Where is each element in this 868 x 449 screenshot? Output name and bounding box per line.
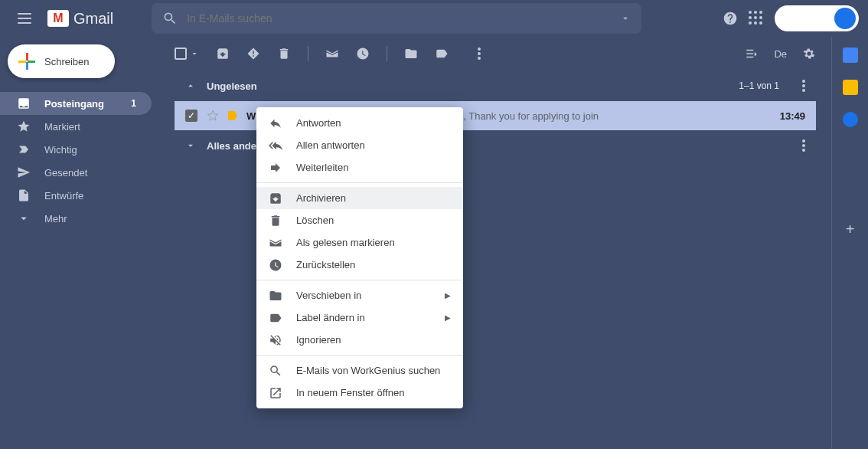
ctx-open-new-window[interactable]: In neuem Fenster öffnen [256,382,463,404]
important-marker-icon[interactable] [228,111,237,120]
inbox-icon [17,97,31,110]
sidebar-label: Wichtig [44,144,136,156]
row-checkbox[interactable]: ✓ [185,110,197,122]
keep-icon[interactable] [843,80,858,95]
spam-icon[interactable] [246,47,260,61]
chevron-right-icon: ▶ [445,313,451,322]
mark-read-icon[interactable] [325,47,339,61]
compose-label: Schreiben [44,56,90,67]
ctx-mark-read[interactable]: Als gelesen markieren [256,231,463,254]
label-icon[interactable] [435,47,449,61]
chevron-right-icon: ▶ [445,291,451,300]
select-all-checkbox[interactable] [175,48,187,60]
gmail-m-icon: M [47,10,69,27]
sent-icon [17,166,31,179]
chevron-up-icon [185,80,196,91]
gmail-logo[interactable]: M Gmail [47,10,113,28]
mark-read-icon [269,236,282,250]
ctx-forward[interactable]: Weiterleiten [256,156,463,179]
sidebar-label: Mehr [44,213,136,224]
sidebar-count: 1 [131,98,136,109]
folder-icon [269,289,282,303]
search-options-icon[interactable] [620,13,631,24]
move-icon[interactable] [404,47,418,61]
select-dropdown-icon[interactable] [190,47,199,61]
section-count: 1–1 von 1 [739,80,779,91]
chevron-down-icon [17,211,31,225]
star-icon[interactable] [207,110,219,122]
sidebar-item-sent[interactable]: Gesendet [0,161,152,184]
ctx-label-as[interactable]: Label ändern in ▶ [256,306,463,329]
ctx-search-sender[interactable]: E-Mails von WorkGenius suchen [256,359,463,382]
ctx-delete[interactable]: Löschen [256,209,463,231]
snooze-icon [269,258,282,272]
snooze-icon[interactable] [356,47,370,61]
help-icon[interactable] [723,11,738,26]
open-new-icon [269,386,282,400]
logo-text: Gmail [73,10,113,28]
settings-icon[interactable] [802,47,816,61]
add-icon[interactable]: + [846,221,855,238]
toolbar: De [175,37,816,70]
section-unread-header[interactable]: Ungelesen 1–1 von 1 [175,70,816,101]
avatar [834,8,856,29]
sidebar-label: Posteingang [44,98,117,110]
search-icon [162,11,178,26]
important-icon [17,143,31,156]
plus-icon [18,53,35,70]
reply-icon [269,116,282,130]
hamburger-icon [18,13,31,24]
input-tools-label[interactable]: De [774,48,787,60]
sidebar-item-important[interactable]: Wichtig [0,138,152,161]
ctx-move-to[interactable]: Verschieben in ▶ [256,284,463,306]
search-input[interactable] [187,12,620,25]
delete-icon[interactable] [277,47,291,61]
sidebar-label: Entwürfe [44,190,136,202]
sidebar-item-more[interactable]: Mehr [0,207,152,230]
star-icon [17,120,31,133]
tasks-icon[interactable] [843,112,858,127]
calendar-icon[interactable] [843,48,858,63]
ctx-mute[interactable]: Ignorieren [256,329,463,351]
account-chip[interactable] [775,5,859,31]
archive-icon [269,192,282,205]
ctx-reply[interactable]: Antworten [256,112,463,134]
main-menu-button[interactable] [9,3,40,34]
delete-icon [269,214,282,228]
section-more-icon[interactable] [802,139,805,152]
sidebar-label: Gesendet [44,167,136,179]
reply-all-icon [269,139,282,152]
drafts-icon [17,188,31,202]
sidebar-label: Markiert [44,121,136,133]
label-icon [269,311,282,325]
section-title: Ungelesen [207,80,257,92]
search-box[interactable] [152,3,641,34]
ctx-archive[interactable]: Archivieren [256,187,463,209]
apps-icon[interactable] [749,11,764,26]
compose-button[interactable]: Schreiben [8,44,115,78]
side-panel: + [831,37,868,449]
archive-icon[interactable] [216,47,230,61]
sidebar-item-drafts[interactable]: Entwürfe [0,184,152,207]
chevron-down-icon [185,140,196,151]
mute-icon [269,333,282,347]
forward-icon [269,161,282,175]
sidebar-item-inbox[interactable]: Posteingang 1 [0,92,152,115]
ctx-reply-all[interactable]: Allen antworten [256,134,463,156]
email-time: 13:49 [780,110,805,122]
ctx-snooze[interactable]: Zurückstellen [256,254,463,276]
toolbar-more-icon[interactable] [478,48,481,60]
section-more-icon[interactable] [802,80,805,92]
search-icon [269,364,282,378]
display-density-icon[interactable] [745,47,759,61]
context-menu: Antworten Allen antworten Weiterleiten A… [256,107,463,408]
sidebar-item-starred[interactable]: Markiert [0,115,152,138]
